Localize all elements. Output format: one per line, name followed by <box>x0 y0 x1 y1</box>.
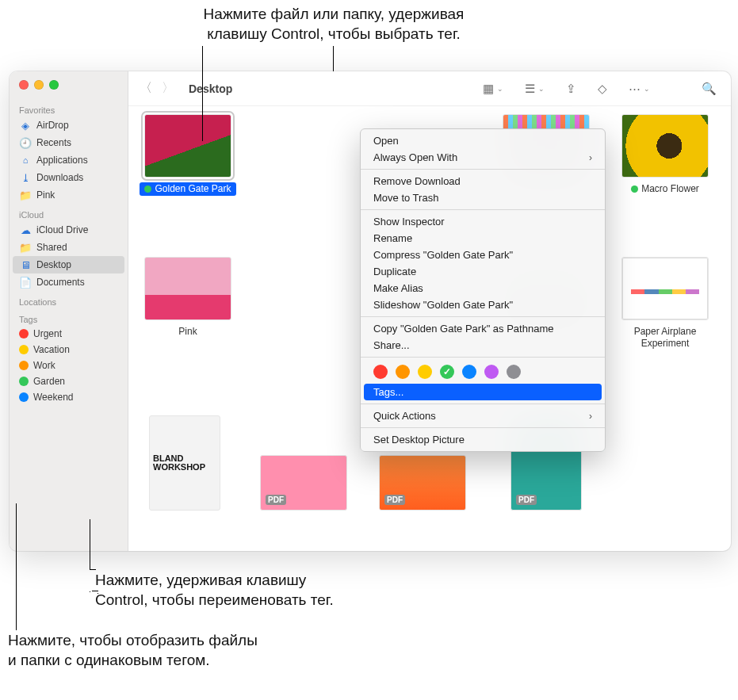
ellipsis-icon: ⋯ <box>629 82 640 96</box>
file-item[interactable]: Paper Airplane Experiment <box>614 257 717 350</box>
file-thumbnail: BLAND WORKSHOP <box>149 415 220 511</box>
sidebar-item-label: Applications <box>36 155 88 166</box>
file-thumbnail <box>144 257 231 320</box>
sidebar-item-downloads[interactable]: ⤓ Downloads <box>10 169 128 186</box>
sidebar-item-label: Desktop <box>36 259 71 270</box>
menu-item-alias[interactable]: Make Alias <box>361 280 605 296</box>
file-item[interactable]: BLAND WORKSHOP <box>133 415 236 515</box>
search-button[interactable]: 🔍 <box>698 79 720 98</box>
menu-item-rename[interactable]: Rename <box>361 230 605 247</box>
file-name: Paper Airplane Experiment <box>614 325 717 350</box>
pdf-badge: PDF <box>266 495 286 505</box>
sidebar-item-label: Weekend <box>33 392 73 403</box>
tag-color-row <box>361 361 605 384</box>
tag-color-red[interactable] <box>373 365 388 379</box>
file-name: Golden Gate Park <box>140 182 235 196</box>
file-item[interactable]: Golden Gate Park <box>136 114 239 196</box>
zoom-button[interactable] <box>49 80 59 90</box>
search-icon: 🔍 <box>702 82 717 96</box>
forward-button[interactable]: 〉 <box>162 80 174 97</box>
back-button[interactable]: 〈 <box>140 80 152 97</box>
callout-bottom: Нажмите, чтобы отобразить файлы и папки … <box>8 631 349 670</box>
view-icons-button[interactable]: ▦⌄ <box>477 79 509 98</box>
menu-item-duplicate[interactable]: Duplicate <box>361 263 605 280</box>
sidebar-tag-urgent[interactable]: Urgent <box>10 326 128 342</box>
tag-dot-icon <box>631 186 638 193</box>
sidebar-item-desktop[interactable]: 🖥 Desktop <box>13 256 124 273</box>
chevron-down-icon: ⌄ <box>538 85 545 93</box>
tag-dot-icon <box>19 377 29 386</box>
sidebar-item-label: Recents <box>36 137 71 148</box>
file-item[interactable]: Pink <box>136 257 239 339</box>
file-item[interactable]: PDF <box>371 455 474 515</box>
sidebar-tag-weekend[interactable]: Weekend <box>10 389 128 405</box>
file-item[interactable]: Macro Flower <box>614 114 717 196</box>
file-name: Macro Flower <box>626 182 704 196</box>
tag-color-gray[interactable] <box>507 365 521 379</box>
sidebar-tag-vacation[interactable]: Vacation <box>10 342 128 358</box>
sidebar-item-pink[interactable]: 📁 Pink <box>10 186 128 204</box>
tag-color-purple[interactable] <box>484 365 499 379</box>
tags-button[interactable]: ◇ <box>591 79 614 98</box>
tag-color-blue[interactable] <box>462 365 476 379</box>
tag-dot-icon <box>19 392 29 402</box>
file-thumbnail: PDF <box>260 455 347 511</box>
folder-icon: 📁 <box>19 189 32 201</box>
menu-item-open-with[interactable]: Always Open With› <box>361 149 605 166</box>
sidebar-item-documents[interactable]: 📄 Documents <box>10 273 128 291</box>
sidebar-item-label: Documents <box>36 277 85 288</box>
menu-item-slideshow[interactable]: Slideshow "Golden Gate Park" <box>361 296 605 313</box>
location-title: Desktop <box>189 82 232 95</box>
tag-dot-icon <box>19 329 29 339</box>
file-name: Pink <box>174 325 201 339</box>
sidebar-item-recents[interactable]: 🕘 Recents <box>10 134 128 151</box>
tag-color-orange[interactable] <box>396 365 410 379</box>
tag-color-green[interactable] <box>440 365 454 379</box>
minimize-button[interactable] <box>34 80 44 90</box>
pdf-badge: PDF <box>516 495 537 505</box>
document-icon: 📄 <box>19 276 32 289</box>
menu-separator <box>361 316 605 317</box>
tag-color-yellow[interactable] <box>418 365 432 379</box>
sidebar-tag-garden[interactable]: Garden <box>10 373 128 389</box>
file-item[interactable]: PDF <box>252 455 355 515</box>
sidebar-item-applications[interactable]: ⌂ Applications <box>10 151 128 169</box>
callout-mid: Нажмите, удерживая клавишу Control, чтоб… <box>95 571 436 610</box>
sidebar-item-shared[interactable]: 📁 Shared <box>10 239 128 256</box>
grid-icon: ▦ <box>483 82 494 96</box>
desktop-icon: 🖥 <box>19 258 32 271</box>
menu-item-inspector[interactable]: Show Inspector <box>361 213 605 230</box>
sidebar-item-label: Garden <box>33 376 65 387</box>
menu-item-copy-path[interactable]: Copy "Golden Gate Park" as Pathname <box>361 320 605 337</box>
airdrop-icon: ◈ <box>19 119 32 132</box>
sidebar-item-label: Vacation <box>33 344 70 355</box>
file-thumbnail <box>621 114 709 178</box>
menu-item-open[interactable]: Open <box>361 132 605 149</box>
menu-item-tags[interactable]: Tags... <box>364 384 602 400</box>
group-by-button[interactable]: ☰⌄ <box>518 79 550 98</box>
sidebar: Favorites ◈ AirDrop 🕘 Recents ⌂ Applicat… <box>10 71 128 551</box>
chevron-right-icon: › <box>589 152 592 163</box>
menu-separator <box>361 169 605 170</box>
tag-icon: ◇ <box>598 82 607 96</box>
menu-item-trash[interactable]: Move to Trash <box>361 189 605 206</box>
main-area: 〈 〉 Desktop ▦⌄ ☰⌄ ⇪ ◇ ⋯⌄ 🔍 Golden Gate P… <box>128 71 731 551</box>
share-button[interactable]: ⇪ <box>560 79 582 98</box>
share-icon: ⇪ <box>566 82 576 96</box>
menu-item-compress[interactable]: Compress "Golden Gate Park" <box>361 247 605 263</box>
chevron-right-icon: › <box>589 411 592 422</box>
sidebar-heading-icloud: iCloud <box>10 208 128 221</box>
menu-item-set-desktop[interactable]: Set Desktop Picture <box>361 431 605 448</box>
sidebar-item-label: Downloads <box>36 172 83 183</box>
close-button[interactable] <box>19 80 29 90</box>
file-thumbnail <box>144 114 231 178</box>
sidebar-item-airdrop[interactable]: ◈ AirDrop <box>10 117 128 134</box>
more-button[interactable]: ⋯⌄ <box>623 79 655 98</box>
sidebar-item-iclouddrive[interactable]: ☁︎ iCloud Drive <box>10 221 128 239</box>
chevron-down-icon: ⌄ <box>644 85 650 93</box>
menu-item-quick-actions[interactable]: Quick Actions› <box>361 407 605 424</box>
menu-item-remove-download[interactable]: Remove Download <box>361 173 605 189</box>
menu-item-share[interactable]: Share... <box>361 337 605 354</box>
toolbar: 〈 〉 Desktop ▦⌄ ☰⌄ ⇪ ◇ ⋯⌄ 🔍 <box>128 71 731 106</box>
sidebar-tag-work[interactable]: Work <box>10 358 128 373</box>
